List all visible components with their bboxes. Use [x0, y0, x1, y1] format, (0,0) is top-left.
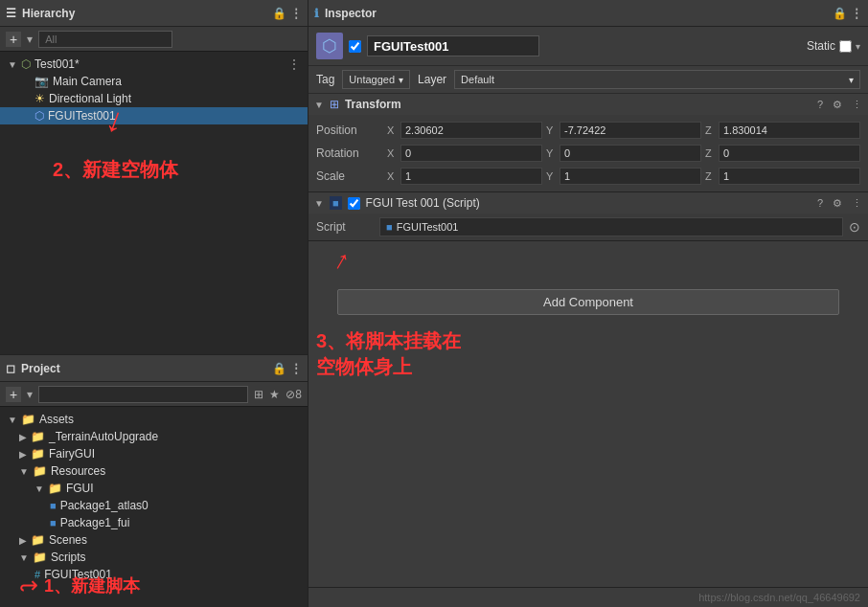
scale-z-input[interactable]	[719, 168, 860, 185]
transform-title: Transform	[345, 98, 401, 111]
object-icon: ⬡	[316, 33, 343, 59]
tree-item-menu[interactable]: ⋮	[288, 57, 300, 71]
script-component-title: FGUI Test 001 (Script)	[366, 196, 480, 210]
tree-item-directional-light[interactable]: ☀ Directional Light	[0, 90, 308, 107]
inspector-lock-icon[interactable]: 🔒	[833, 7, 847, 20]
project-lock-icon[interactable]: 🔒	[272, 362, 286, 375]
scenes-arrow: ▶	[19, 535, 27, 546]
proj-item-scenes[interactable]: ▶ 📁 Scenes	[0, 531, 308, 549]
tree-item-fguitest001[interactable]: ⬡ FGUITest001	[0, 107, 308, 124]
inspector-more-icon[interactable]: ⋮	[851, 7, 862, 20]
tree-item-test001[interactable]: ▼ ⬡ Test001* ⋮	[0, 56, 308, 73]
hierarchy-dropdown-arrow[interactable]: ▾	[27, 33, 33, 46]
tag-dropdown[interactable]: Untagged ▾	[342, 70, 410, 89]
project-dropdown-arrow[interactable]: ▾	[27, 388, 33, 401]
proj-item-terrainauto[interactable]: ▶ 📁 _TerrainAutoUpgrade	[0, 428, 308, 445]
position-x-input[interactable]	[400, 122, 542, 139]
scale-y-field: Y	[546, 168, 701, 185]
transform-expand-arrow: ▼	[314, 100, 324, 110]
scale-x-input[interactable]	[400, 168, 542, 185]
static-checkbox[interactable]	[839, 40, 852, 53]
script-component-header[interactable]: ▼ ■ FGUI Test 001 (Script) ? ⚙ ⋮	[308, 192, 868, 214]
position-x-label: X	[387, 124, 399, 136]
rotation-x-input[interactable]	[400, 145, 542, 162]
tag-label: Tag	[316, 73, 334, 86]
project-annotation-arrow: ↩	[19, 573, 38, 599]
scene-icon: ⬡	[21, 57, 31, 71]
proj-item-fgui[interactable]: ▼ 📁 FGUI	[0, 480, 308, 497]
inspector-annotation-arrow: ↑	[329, 244, 355, 278]
script-ref-icon: ■	[386, 221, 393, 233]
rotation-z-input[interactable]	[719, 145, 860, 162]
transform-help-icon[interactable]: ?	[817, 99, 823, 110]
add-component-button[interactable]: Add Component	[337, 289, 839, 315]
script-more-icon[interactable]: ⋮	[852, 197, 862, 210]
transform-section: ▼ ⊞ Transform ? ⚙ ⋮ Position X	[308, 94, 868, 192]
rotation-x-label: X	[387, 147, 399, 159]
position-z-label: Z	[705, 124, 717, 136]
proj-item-package1-fui[interactable]: ■ Package1_fui	[0, 514, 308, 531]
scale-y-input[interactable]	[560, 168, 701, 185]
proj-item-package1-atlas[interactable]: ■ Package1_atlas0	[0, 497, 308, 514]
project-toolbar: + ▾ ⊞ ★ ⊘8	[0, 382, 308, 407]
script-label: Script	[316, 220, 374, 234]
fairygui-arrow: ▶	[19, 449, 27, 460]
proj-item-fairygui[interactable]: ▶ 📁 FairyGUI	[0, 445, 308, 462]
project-more-icon[interactable]: ⋮	[290, 362, 302, 375]
tree-item-main-camera[interactable]: 📷 Main Camera	[0, 73, 308, 90]
script-help-icon[interactable]: ?	[817, 197, 823, 209]
transform-header[interactable]: ▼ ⊞ Transform ? ⚙ ⋮	[308, 94, 868, 115]
hierarchy-header: ☰ Hierarchy 🔒 ⋮	[0, 0, 308, 27]
object-enabled-checkbox[interactable]	[349, 40, 361, 53]
rotation-x-field: X	[387, 145, 542, 162]
proj-item-assets[interactable]: ▼ 📁 Assets	[0, 411, 308, 428]
position-z-input[interactable]	[719, 122, 860, 139]
resources-folder-icon: 📁	[33, 464, 47, 478]
tag-dropdown-arrow: ▾	[399, 75, 403, 85]
fgui-folder-icon: 📁	[48, 482, 62, 495]
tree-label-directional-light: Directional Light	[49, 92, 131, 105]
hierarchy-search-input[interactable]	[38, 31, 172, 48]
proj-item-scripts[interactable]: ▼ 📁 Scripts	[0, 549, 308, 566]
script-settings-icon[interactable]: ⚙	[833, 197, 842, 210]
package1-atlas-icon: ■	[50, 500, 57, 511]
terrainauto-arrow: ▶	[19, 432, 27, 442]
project-icon-num: ⊘8	[286, 388, 302, 401]
assets-folder-icon: 📁	[21, 413, 35, 426]
project-icon-fav[interactable]: ★	[269, 388, 280, 401]
script-component-enabled-checkbox[interactable]	[348, 197, 360, 210]
layer-value: Default	[461, 74, 494, 85]
tag-value: Untagged	[349, 74, 395, 85]
inspector-actions: 🔒 ⋮	[833, 7, 862, 20]
layer-dropdown[interactable]: Default ▾	[454, 70, 860, 89]
hierarchy-lock-icon[interactable]: 🔒	[272, 7, 286, 20]
script-ref-select-button[interactable]: ⊙	[849, 219, 860, 235]
terrainauto-folder-icon: 📁	[31, 430, 45, 443]
project-icon-layers[interactable]: ⊞	[254, 388, 263, 401]
project-panel: ◻ Project 🔒 ⋮ + ▾ ⊞ ★ ⊘8 ▼ 📁 Asset	[0, 354, 308, 607]
proj-item-resources[interactable]: ▼ 📁 Resources	[0, 462, 308, 480]
left-panel: ☰ Hierarchy 🔒 ⋮ + ▾ ▼ ⬡ Test001* ⋮	[0, 0, 308, 607]
rotation-xyz: X Y Z	[387, 145, 860, 162]
project-icon: ◻	[6, 362, 15, 375]
script-ref-field[interactable]: ■ FGUITest001	[379, 217, 843, 236]
object-name-input[interactable]	[367, 35, 539, 56]
hierarchy-add-button[interactable]: +	[6, 32, 21, 47]
project-add-button[interactable]: +	[6, 387, 21, 402]
transform-more-icon[interactable]: ⋮	[852, 99, 862, 111]
project-header: ◻ Project 🔒 ⋮	[0, 355, 308, 382]
rotation-y-input[interactable]	[560, 145, 701, 162]
fairygui-label: FairyGUI	[49, 447, 95, 461]
scale-x-label: X	[387, 170, 399, 182]
gameobj-icon: ⬡	[34, 109, 44, 123]
transform-settings-icon[interactable]: ⚙	[833, 99, 842, 111]
static-dropdown-arrow[interactable]: ▾	[856, 41, 860, 52]
project-search-input[interactable]	[38, 386, 248, 403]
scale-xyz: X Y Z	[387, 168, 860, 185]
hierarchy-more-icon[interactable]: ⋮	[290, 7, 302, 20]
scripts-label: Scripts	[51, 551, 86, 564]
position-y-label: Y	[546, 124, 558, 136]
position-y-input[interactable]	[560, 122, 701, 139]
position-y-field: Y	[546, 122, 701, 139]
inspector-panel: ℹ Inspector 🔒 ⋮ ⬡ Static ▾ Tag Unta	[308, 0, 868, 607]
